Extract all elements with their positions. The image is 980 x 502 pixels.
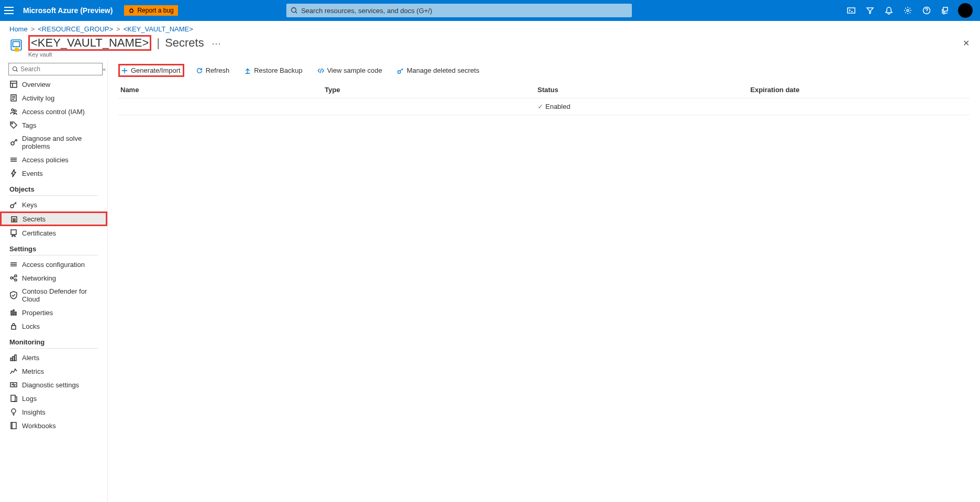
insights-icon	[9, 408, 18, 416]
svg-point-1	[292, 8, 296, 13]
notifications-icon[interactable]	[881, 0, 897, 21]
search-icon	[12, 66, 18, 72]
tags-icon	[9, 121, 18, 129]
sidebar-item-label: Certificates	[22, 229, 56, 237]
col-exp[interactable]: Expiration date	[748, 82, 970, 98]
workbooks-icon	[9, 421, 18, 430]
sidebar-item-label: Locks	[22, 322, 40, 330]
report-bug-button[interactable]: Report a bug	[124, 5, 177, 16]
sidebar-item-diagnose-and-solve-problems[interactable]: Diagnose and solve problems	[0, 132, 107, 153]
svg-rect-31	[11, 395, 15, 401]
sidebar-item-diagnostic-settings[interactable]: Diagnostic settings	[0, 378, 107, 392]
sidebar-item-activity-log[interactable]: Activity log	[0, 91, 107, 105]
sidebar-item-events[interactable]: Events	[0, 166, 107, 180]
breadcrumb-rg[interactable]: <RESOURCE_GROUP>	[38, 25, 113, 33]
help-icon[interactable]	[918, 0, 935, 21]
refresh-icon	[196, 67, 203, 74]
sidebar-item-alerts[interactable]: Alerts	[0, 351, 107, 364]
manage-deleted-secrets-button[interactable]: Manage deleted secrets	[394, 64, 483, 76]
topbar-icons	[843, 0, 976, 21]
sidebar-item-properties[interactable]: Properties	[0, 306, 107, 319]
table-row[interactable]: ✓ Enabled	[118, 98, 970, 115]
sidebar-item-keys[interactable]: Keys	[0, 198, 107, 211]
sidebar-search[interactable]	[8, 63, 103, 75]
manage-label: Manage deleted secrets	[407, 66, 480, 74]
view-sample-code-button[interactable]: View sample code	[314, 64, 385, 76]
svg-point-32	[12, 409, 16, 413]
key-vault-icon	[9, 38, 23, 52]
sidebar-search-input[interactable]	[20, 65, 99, 73]
sidebar-item-label: Events	[22, 170, 43, 177]
topbar: Microsoft Azure (Preview) Report a bug	[0, 0, 980, 21]
sidebar-item-workbooks[interactable]: Workbooks	[0, 419, 107, 432]
restore-backup-button[interactable]: Restore Backup	[241, 64, 306, 76]
avatar[interactable]	[958, 3, 973, 18]
svg-rect-25	[12, 326, 16, 329]
svg-rect-17	[13, 219, 15, 221]
cloud-shell-icon[interactable]	[843, 0, 860, 21]
sidebar-item-tags[interactable]: Tags	[0, 118, 107, 132]
svg-point-8	[13, 67, 17, 71]
svg-point-13	[12, 123, 13, 124]
diag-icon	[9, 381, 18, 389]
bug-icon	[128, 7, 135, 14]
global-search-input[interactable]	[301, 7, 628, 15]
more-button[interactable]: ⋯	[209, 38, 224, 49]
upload-icon	[244, 67, 251, 74]
svg-rect-23	[13, 310, 14, 315]
breadcrumb: Home > <RESOURCE_GROUP> > <KEY_VAULT_NAM…	[0, 21, 980, 35]
sidebar-item-label: Access configuration	[22, 261, 85, 269]
breadcrumb-kv[interactable]: <KEY_VAULT_NAME>	[124, 25, 193, 33]
close-icon[interactable]: ✕	[963, 38, 971, 48]
sidebar-item-access-policies[interactable]: Access policies	[0, 153, 107, 166]
feedback-icon[interactable]	[937, 0, 954, 21]
sidebar-item-contoso-defender-for-cloud[interactable]: Contoso Defender for Cloud	[0, 285, 107, 306]
menu-icon[interactable]	[4, 7, 14, 14]
iam-icon	[9, 107, 18, 116]
title-separator: |	[157, 36, 160, 50]
col-type[interactable]: Type	[322, 82, 536, 98]
sidebar-item-secrets[interactable]: Secrets	[0, 211, 107, 226]
code-icon	[317, 67, 325, 74]
sidebar-item-access-control-iam-[interactable]: Access control (IAM)	[0, 105, 107, 118]
certs-icon	[9, 229, 18, 237]
alerts-icon	[9, 353, 18, 362]
sidebar-item-access-configuration[interactable]: Access configuration	[0, 258, 107, 271]
page-title: <KEY_VAULT_NAME>	[28, 35, 151, 51]
sidebar-item-overview[interactable]: Overview	[0, 77, 107, 91]
sidebar-item-insights[interactable]: Insights	[0, 405, 107, 419]
directory-filter-icon[interactable]	[862, 0, 878, 21]
sidebar-item-locks[interactable]: Locks	[0, 319, 107, 333]
sidebar-item-metrics[interactable]: Metrics	[0, 364, 107, 378]
sidebar-item-label: Diagnostic settings	[22, 381, 79, 389]
sidebar-item-certificates[interactable]: Certificates	[0, 226, 107, 240]
sidebar-category-monitoring: Monitoring	[0, 333, 107, 348]
sidebar-item-label: Activity log	[22, 94, 54, 102]
svg-rect-22	[11, 311, 12, 315]
settings-gear-icon[interactable]	[899, 0, 916, 21]
plus-icon	[121, 67, 128, 74]
breadcrumb-sep: >	[31, 25, 35, 33]
check-icon: ✓	[538, 103, 543, 110]
access-icon	[9, 260, 18, 269]
sidebar-item-label: Access control (IAM)	[22, 108, 85, 116]
col-status[interactable]: Status	[536, 82, 749, 98]
sidebar-item-label: Alerts	[22, 354, 39, 362]
svg-rect-6	[13, 42, 20, 47]
svg-rect-18	[11, 230, 16, 235]
refresh-button[interactable]: Refresh	[193, 64, 233, 76]
defender-icon	[9, 291, 18, 299]
secrets-table: Name Type Status Expiration date ✓ Enabl…	[118, 82, 970, 115]
restore-label: Restore Backup	[254, 66, 303, 74]
collapse-sidebar-icon[interactable]: «	[103, 66, 106, 72]
breadcrumb-home[interactable]: Home	[9, 25, 28, 33]
col-name[interactable]: Name	[118, 82, 322, 98]
generate-import-button[interactable]: Generate/Import	[118, 64, 184, 77]
sidebar-item-logs[interactable]: Logs	[0, 392, 107, 405]
page-subtitle: Key vault	[28, 51, 224, 58]
global-search[interactable]	[286, 4, 632, 17]
sidebar-item-networking[interactable]: Networking	[0, 271, 107, 285]
sidebar-divider	[9, 195, 98, 196]
svg-rect-27	[13, 356, 14, 361]
events-icon	[9, 169, 18, 177]
